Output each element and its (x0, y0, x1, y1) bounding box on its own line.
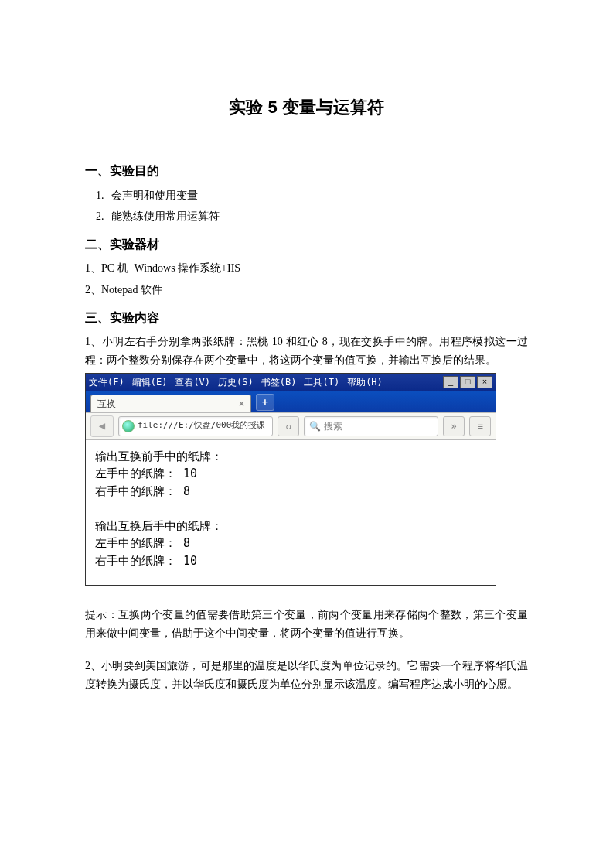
search-placeholder: 搜索 (324, 419, 342, 434)
menu-tools[interactable]: 工具(T) (304, 374, 339, 390)
doc-title: 实验 5 变量与运算符 (85, 93, 528, 121)
back-button[interactable]: ◀ (90, 415, 114, 437)
close-button[interactable]: × (477, 376, 492, 388)
tab-close-icon[interactable]: × (239, 396, 244, 412)
section-3-heading: 三、实验内容 (85, 307, 528, 328)
globe-icon (122, 420, 135, 432)
chevron-right-icon: » (451, 419, 456, 434)
minimize-button[interactable]: _ (443, 376, 458, 388)
more-button[interactable]: » (443, 416, 465, 436)
new-tab-button[interactable]: + (256, 394, 274, 411)
search-input[interactable]: 🔍 搜索 (304, 416, 438, 436)
output-right-after: 右手中的纸牌： 10 (95, 552, 486, 570)
maximize-button[interactable]: □ (460, 376, 475, 388)
tab-title: 互换 (97, 396, 116, 412)
hamburger-icon: ≡ (477, 419, 482, 434)
menu-edit[interactable]: 编辑(E) (132, 374, 168, 390)
task-1-text: 1、小明左右手分别拿两张纸牌：黑桃 10 和红心 8，现在交换手中的牌。用程序模… (85, 333, 528, 370)
browser-menubar: 文件(F) 编辑(E) 查看(V) 历史(S) 书签(B) 工具(T) 帮助(H… (86, 374, 496, 391)
document-page: 实验 5 变量与运算符 一、实验目的 会声明和使用变量 能熟练使用常用运算符 二… (0, 0, 613, 868)
output-after-heading: 输出互换后手中的纸牌： (95, 518, 486, 535)
arrow-left-icon: ◀ (99, 417, 105, 436)
menu-button[interactable]: ≡ (469, 416, 491, 436)
menu-view[interactable]: 查看(V) (175, 374, 210, 390)
menu-file[interactable]: 文件(F) (89, 374, 124, 390)
browser-tabstrip: 互换 × + (86, 391, 496, 412)
output-before-heading: 输出互换前手中的纸牌： (95, 448, 486, 466)
output-right-before: 右手中的纸牌： 8 (95, 483, 486, 501)
menu-history[interactable]: 历史(S) (218, 374, 254, 390)
browser-toolbar: ◀ file:///E:/快盘/000我的授课 ↻ 🔍 搜索 » ≡ (86, 412, 496, 440)
equipment-1: 1、PC 机+Windows 操作系统+IIS (85, 259, 528, 278)
section-1-heading: 一、实验目的 (85, 160, 528, 181)
reload-button[interactable]: ↻ (278, 416, 299, 436)
objective-1: 会声明和使用变量 (107, 186, 528, 205)
reload-icon: ↻ (285, 419, 291, 434)
browser-window: 文件(F) 编辑(E) 查看(V) 历史(S) 书签(B) 工具(T) 帮助(H… (85, 373, 496, 586)
menu-bookmark[interactable]: 书签(B) (261, 374, 297, 390)
task-2-text: 2、小明要到美国旅游，可是那里的温度是以华氏度为单位记录的。它需要一个程序将华氏… (85, 657, 528, 694)
section-2-heading: 二、实验器材 (85, 234, 528, 255)
browser-tab[interactable]: 互换 × (90, 395, 251, 412)
output-left-before: 左手中的纸牌： 10 (95, 465, 486, 483)
browser-content: 输出互换前手中的纸牌： 左手中的纸牌： 10 右手中的纸牌： 8 输出互换后手中… (86, 440, 496, 586)
objectives-list: 会声明和使用变量 能熟练使用常用运算符 (85, 186, 528, 227)
output-left-after: 左手中的纸牌： 8 (95, 535, 486, 552)
window-buttons: _ □ × (443, 376, 492, 388)
url-text: file:///E:/快盘/000我的授课 (138, 419, 265, 433)
menu-help[interactable]: 帮助(H) (347, 374, 383, 390)
objective-2: 能熟练使用常用运算符 (107, 207, 528, 226)
url-input[interactable]: file:///E:/快盘/000我的授课 (118, 416, 273, 436)
hint-text: 提示：互换两个变量的值需要借助第三个变量，前两个变量用来存储两个整数，第三个变量… (85, 606, 528, 643)
equipment-2: 2、Notepad 软件 (85, 281, 528, 299)
search-icon: 🔍 (309, 419, 321, 434)
